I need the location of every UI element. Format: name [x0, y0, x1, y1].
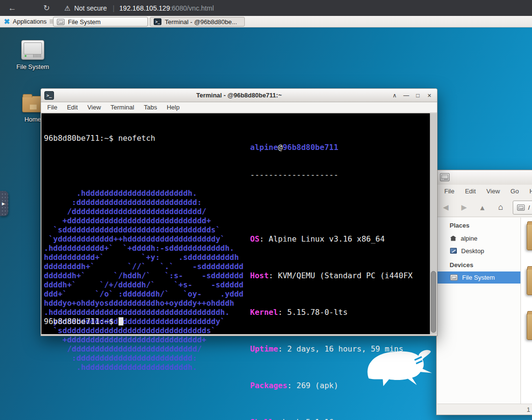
menu-item[interactable]: Help [162, 104, 185, 111]
drive-icon [21, 40, 44, 60]
menu-item[interactable]: Edit [460, 188, 481, 195]
terminal-menubar: FileEditViewTerminalTabsHelp [41, 102, 437, 113]
xfce-logo-icon: ✖ [4, 18, 10, 25]
scrollbar-thumb[interactable] [431, 271, 436, 333]
menu-item[interactable]: Help [524, 188, 532, 195]
sidebar-item-alpine[interactable]: alpine [437, 232, 520, 244]
novnc-control-handle[interactable]: ▶ [0, 191, 8, 216]
file-manager-window[interactable]: FileEditViewGoHelp ◀ ▶ ▲ ⌂ / Places alpi… [436, 170, 532, 415]
prompt-line: 96b8d80be711:~$ neofetch [44, 134, 243, 143]
sidebar-item-file-system[interactable]: File System [437, 271, 520, 284]
file-manager-menubar: FileEditViewGoHelp [437, 185, 532, 198]
terminal-icon: >_ [44, 91, 54, 100]
forward-icon[interactable]: ▶ [455, 203, 473, 212]
menu-item[interactable]: Go [505, 188, 524, 195]
window-drive-icon [440, 173, 450, 181]
window-title: Terminal - @96b8d80be711:~ [196, 92, 282, 99]
drive-led [25, 55, 27, 57]
folder-icon[interactable] [527, 313, 532, 340]
shell-prompt: 96b8d80be711:~$ [44, 134, 114, 143]
terminal-icon: >_ [154, 18, 161, 25]
expand-arrow-icon: ▶ [2, 202, 5, 206]
url-host: 192.168.105.129 [120, 4, 170, 12]
menu-item[interactable]: View [481, 188, 505, 195]
neofetch-title: alpine@96b8d80be711 [250, 143, 417, 152]
taskbar-button-terminal[interactable]: >_ Terminal - @96b8d80be... [150, 17, 245, 27]
info-row: Shell: bash 5.1.16 [250, 418, 417, 420]
menu-item[interactable]: Terminal [106, 104, 139, 111]
neofetch-ascii-logo: .hddddddddddddddddddddddh. :dddddddddddd… [44, 161, 243, 372]
back-icon[interactable]: ◀ [437, 203, 455, 212]
shell-prompt: 96b8d80be711:~$ [44, 317, 114, 326]
at-sign: @ [278, 143, 283, 152]
menu-item[interactable]: Edit [62, 104, 82, 111]
maximize-button[interactable]: □ [412, 89, 424, 102]
info-row: Kernel: 5.15.78-0-lts [250, 308, 417, 317]
statusbar-text: 1 [527, 406, 530, 413]
path-label: / [528, 204, 530, 211]
vnc-screen: ← ↻ ⚠ Not secure | 192.168.105.129:6080/… [0, 0, 532, 420]
file-manager-statusbar: 1 [437, 404, 532, 415]
sidebar-item-desktop[interactable]: Desktop [437, 244, 520, 257]
address-url[interactable]: 192.168.105.129:6080/vnc.html [120, 4, 214, 12]
applications-menu-button[interactable]: ✖ Applications [0, 16, 58, 27]
info-row: Host: KVM/QEMU (Standard PC (i440FX [250, 271, 417, 280]
url-path: :6080/vnc.html [170, 4, 214, 12]
url-divider: | [113, 4, 115, 12]
browser-back-icon[interactable]: ← [8, 4, 16, 12]
drive-icon [450, 274, 458, 281]
prompt-line: 96b8d80be711:~$ [44, 317, 123, 326]
command-text: neofetch [114, 134, 156, 143]
terminal-text: 96b8d80be711:~$ neofetch .hddddddddddddd… [44, 115, 243, 408]
home-icon [450, 236, 456, 241]
file-manager-titlebar[interactable] [437, 170, 532, 185]
terminal-content[interactable]: 96b8d80be711:~$ neofetch .hddddddddddddd… [41, 113, 437, 334]
places-header: Places [437, 217, 520, 232]
sidebar-item-label: Desktop [461, 247, 484, 255]
security-label[interactable]: Not secure [74, 4, 107, 12]
sidebar-item-label: File System [462, 274, 495, 281]
taskbar-button-label: File System [68, 18, 101, 26]
user-name: alpine [250, 143, 278, 152]
folder-icon[interactable] [527, 223, 532, 250]
terminal-cursor [119, 317, 123, 325]
browser-refresh-icon[interactable]: ↻ [43, 4, 50, 12]
neofetch-info-rows: OS: Alpine Linux v3.16 x86_64 Host: KVM/… [250, 198, 417, 420]
desktop-icon-label: File System [6, 63, 59, 70]
drive-grill [33, 54, 41, 57]
desktop-icon [450, 248, 457, 254]
home-icon[interactable]: ⌂ [492, 203, 510, 212]
neofetch-separator: ------------------- [250, 170, 417, 179]
folder-icon[interactable] [527, 268, 532, 295]
drive-icon [57, 19, 65, 25]
file-manager-body: Places alpine Desktop Devices File Syste… [437, 217, 532, 404]
path-button-root[interactable]: / [513, 201, 532, 215]
file-manager-toolbar: ◀ ▶ ▲ ⌂ / [437, 198, 532, 217]
xfce-panel: ✖ Applications File System >_ Terminal -… [0, 16, 532, 27]
browser-toolbar: ← ↻ ⚠ Not secure | 192.168.105.129:6080/… [0, 0, 532, 16]
taskbar-button-file-system[interactable]: File System [53, 17, 148, 27]
window-controls: ∧ — □ × [389, 89, 435, 102]
menu-item[interactable]: File [439, 188, 460, 195]
shade-button[interactable]: ∧ [389, 89, 400, 102]
menu-item[interactable]: View [82, 104, 106, 111]
applications-label: Applications [13, 18, 47, 25]
minimize-button[interactable]: — [400, 89, 412, 102]
up-icon[interactable]: ▲ [473, 203, 492, 212]
neofetch-info: alpine@96b8d80be711 ------------------- … [250, 124, 417, 420]
desktop-icon-file-system[interactable]: File System [6, 40, 59, 70]
menu-item[interactable]: File [42, 104, 62, 111]
home-base-icon [30, 105, 37, 109]
menu-item[interactable]: Tabs [139, 104, 161, 111]
info-row: Uptime: 2 days, 16 hours, 59 mins [250, 344, 417, 353]
info-row: OS: Alpine Linux v3.16 x86_64 [250, 234, 417, 244]
sidebar-item-label: alpine [461, 235, 478, 242]
terminal-titlebar[interactable]: >_ Terminal - @96b8d80be711:~ ∧ — □ × [41, 89, 437, 102]
info-row: Packages: 269 (apk) [250, 381, 417, 390]
taskbar-button-label: Terminal - @96b8d80be... [165, 18, 237, 26]
close-button[interactable]: × [424, 89, 435, 102]
terminal-scrollbar[interactable] [430, 113, 437, 334]
devices-header: Devices [437, 257, 520, 271]
terminal-window[interactable]: >_ Terminal - @96b8d80be711:~ ∧ — □ × Fi… [40, 88, 438, 336]
warning-icon[interactable]: ⚠ [64, 4, 70, 12]
